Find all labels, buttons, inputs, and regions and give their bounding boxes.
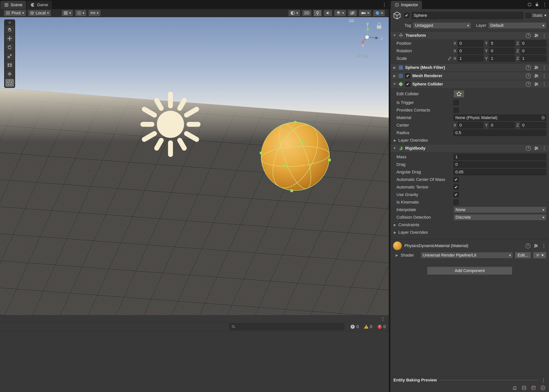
grid-axis-dropdown[interactable]: ▾ [62, 10, 73, 16]
is-kinematic-checkbox[interactable] [453, 200, 459, 205]
scene-visibility-toggle[interactable] [348, 10, 357, 16]
collider-layer-overrides-foldout[interactable]: ▶ Layer Overrides [390, 137, 549, 144]
rigidbody-foldout-icon[interactable]: ▼ [393, 146, 396, 150]
console-search-input[interactable] [237, 324, 342, 329]
rigidbody-layer-overrides-foldout[interactable]: ▶ Layer Overrides [390, 229, 549, 236]
rigidbody-menu-icon[interactable]: ⋮ [542, 146, 547, 151]
cache-icon[interactable] [521, 385, 527, 391]
move-tool-button[interactable] [5, 35, 14, 42]
collision-detection-dropdown[interactable]: Discrete▾ [453, 214, 546, 221]
use-gravity-checkbox[interactable]: ✔ [453, 192, 459, 197]
material-preview-thumbnail[interactable] [393, 241, 402, 250]
rotate-tool-button[interactable] [5, 43, 14, 51]
mass-field[interactable]: 1 [453, 154, 546, 160]
angular-drag-field[interactable]: 0.05 [453, 169, 546, 175]
gizmo-y-label[interactable]: y [366, 21, 369, 26]
history-icon[interactable] [528, 2, 532, 7]
tag-dropdown[interactable]: Untagged▾ [413, 22, 471, 29]
transform-menu-icon[interactable]: ⋮ [542, 33, 547, 38]
center-y-field[interactable]: 0 [489, 122, 515, 128]
console-warning-toggle[interactable]: 0 [364, 324, 372, 329]
material-foldout-icon[interactable]: ▶ [395, 253, 399, 257]
position-x-field[interactable]: 0 [458, 40, 484, 47]
tools-drag-handle[interactable]: ≡ [5, 21, 14, 25]
mesh-filter-preset-icon[interactable] [534, 65, 539, 70]
gizmo-x-label[interactable]: x [362, 43, 364, 48]
sphere-collider-help-icon[interactable]: ? [526, 82, 531, 87]
radius-field[interactable]: 0.5 [453, 130, 546, 136]
preview-disabled-icon[interactable] [531, 385, 536, 391]
position-y-field[interactable]: 5 [489, 40, 515, 47]
tab-scene[interactable]: Scene [0, 1, 26, 9]
mesh-renderer-help-icon[interactable]: ? [526, 73, 531, 78]
sphere-collider-enabled-checkbox[interactable]: ✔ [405, 82, 410, 87]
shader-dropdown[interactable]: Universal Render Pipeline/Lit▾ [421, 252, 513, 259]
scene-lighting-toggle[interactable] [314, 10, 322, 16]
hand-tool-button[interactable] [5, 26, 14, 34]
layer-dropdown[interactable]: Default▾ [488, 22, 546, 29]
console-error-toggle[interactable]: 0 [377, 324, 386, 329]
edit-collider-button[interactable] [453, 90, 464, 98]
material-help-icon[interactable]: ? [525, 243, 530, 248]
camera-settings-dropdown[interactable]: ▾ [373, 10, 385, 16]
material-menu-icon[interactable]: ⋮ [542, 243, 546, 248]
console-info-toggle[interactable]: 0 [350, 324, 359, 329]
mesh-renderer-preset-icon[interactable] [534, 73, 539, 78]
scene-effects-dropdown[interactable]: ▾ [334, 10, 346, 16]
tab-inspector[interactable]: Inspector [391, 1, 422, 9]
entity-baking-bar[interactable]: Entity Baking Preview ⋮ [390, 376, 549, 384]
scale-y-field[interactable]: 1 [489, 55, 515, 62]
mesh-filter-header[interactable]: ▶ Sphere (Mesh Filter) ? ⋮ [390, 63, 549, 72]
mesh-filter-foldout-icon[interactable]: ▶ [393, 66, 396, 70]
rotation-x-field[interactable]: 0 [458, 48, 484, 54]
gizmo-z-label[interactable]: z [381, 36, 383, 41]
transform-header[interactable]: ▼ Transform ? ⋮ [390, 31, 549, 40]
rect-tool-button[interactable] [5, 61, 14, 69]
mesh-renderer-header[interactable]: ▶ ✔ Mesh Renderer ? ⋮ [390, 72, 549, 80]
center-x-field[interactable]: 0 [458, 122, 484, 128]
sphere-collider-menu-icon[interactable]: ⋮ [542, 82, 547, 87]
drag-field[interactable]: 0 [453, 161, 546, 168]
transform-tool-button[interactable] [5, 70, 14, 78]
2d-toggle-button[interactable]: 2D [302, 10, 312, 16]
inspector-menu-icon[interactable]: ⋮ [542, 2, 547, 7]
entity-baking-menu-icon[interactable]: ⋮ [541, 378, 546, 383]
draw-mode-dropdown[interactable]: ▾ [288, 10, 300, 16]
scale-z-field[interactable]: 1 [520, 55, 546, 62]
shader-options-button[interactable]: ▾ [533, 252, 546, 259]
rotation-z-field[interactable]: 0 [520, 48, 546, 54]
pivot-mode-dropdown[interactable]: Pivot ▾ [4, 10, 26, 16]
grid-snap-dropdown[interactable]: ▾ [75, 10, 86, 16]
position-z-field[interactable]: 0 [520, 40, 546, 47]
constraints-foldout[interactable]: ▶ Constraints [390, 221, 549, 229]
interpolate-dropdown[interactable]: None▾ [453, 207, 546, 213]
gameobject-name-field[interactable]: Sphere [412, 12, 523, 19]
scale-tool-button[interactable] [5, 52, 14, 60]
shader-edit-button[interactable]: Edit... [515, 252, 531, 259]
rigidbody-header[interactable]: ▼ Rigidbody ? ⋮ [390, 144, 549, 152]
tab-game[interactable]: Game [27, 1, 52, 9]
projection-mode-label[interactable]: Iso [363, 54, 369, 59]
scene-viewport[interactable]: y x z Iso ≡ [0, 17, 389, 315]
auto-center-of-mass-checkbox[interactable]: ✔ [453, 177, 459, 182]
gameobject-active-checkbox[interactable]: ✔ [404, 13, 409, 18]
material-preset-icon[interactable] [534, 243, 538, 248]
local-mode-dropdown[interactable]: Local ▾ [28, 10, 51, 16]
sphere-collider-foldout-icon[interactable]: ▼ [393, 82, 396, 86]
lock-icon[interactable] [535, 2, 539, 7]
add-component-button[interactable]: Add Component [427, 266, 512, 275]
transform-preset-icon[interactable] [534, 33, 539, 38]
mesh-filter-help-icon[interactable]: ? [526, 65, 531, 70]
sphere-collider-header[interactable]: ▼ ✔ Sphere Collider ? ⋮ [390, 80, 549, 88]
scale-x-field[interactable]: 1 [458, 55, 484, 62]
static-checkbox[interactable] [526, 13, 531, 18]
rigidbody-preset-icon[interactable] [534, 146, 539, 151]
transform-help-icon[interactable]: ? [526, 33, 531, 38]
notifications-muted-icon[interactable] [512, 385, 517, 391]
physic-material-field[interactable]: None (Physic Material) [453, 114, 546, 121]
mesh-renderer-enabled-checkbox[interactable]: ✔ [405, 73, 410, 78]
scene-tabbar-menu-icon[interactable]: ⋮ [382, 2, 387, 7]
console-search[interactable] [229, 323, 344, 330]
edit-collider-tool-button[interactable] [5, 79, 14, 87]
mesh-renderer-foldout-icon[interactable]: ▶ [393, 74, 396, 78]
